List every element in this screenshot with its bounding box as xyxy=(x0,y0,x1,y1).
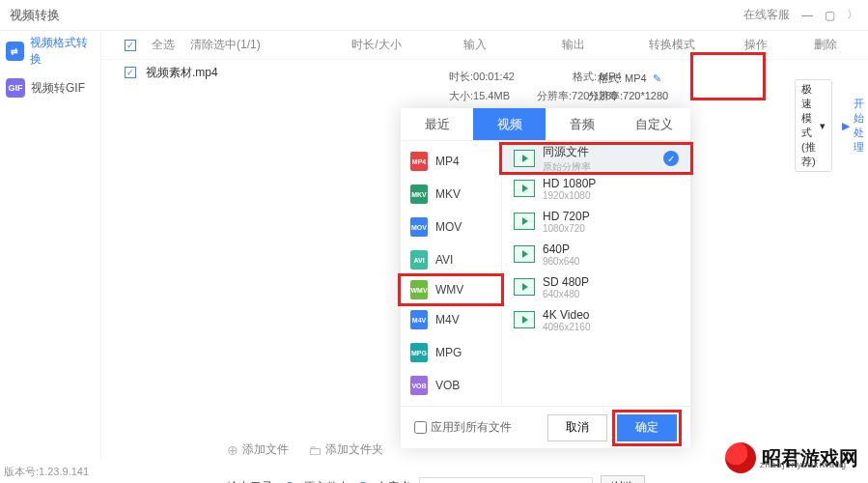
sidebar-item-label: 视频转GIF xyxy=(31,80,85,97)
video-file-icon xyxy=(514,245,535,263)
format-m4v[interactable]: M4VM4V xyxy=(401,303,501,336)
select-all-label[interactable]: 全选 xyxy=(152,37,175,53)
app-title: 视频转换 xyxy=(10,7,60,24)
preset-480p[interactable]: SD 480P640x480 xyxy=(502,270,690,303)
preset-640p[interactable]: 640P960x640 xyxy=(502,238,690,270)
file-checkbox[interactable]: ✓ xyxy=(125,67,136,78)
video-file-icon xyxy=(514,311,535,328)
browse-button[interactable]: 浏览 xyxy=(601,475,645,483)
file-output-format: 格式: MP4 xyxy=(598,71,647,86)
tab-custom[interactable]: 自定义 xyxy=(618,108,690,141)
watermark-url: zhaojunyouxiwang xyxy=(760,460,847,469)
preset-same-as-source[interactable]: 同源文件原始分辨率 ✓ xyxy=(499,142,693,175)
output-path-input[interactable]: C:\Users\admin\Desktop xyxy=(419,477,593,484)
maximize-icon[interactable]: ▢ xyxy=(825,9,835,22)
plus-icon: ⊕ xyxy=(227,442,238,458)
sidebar-item-video-gif[interactable]: GIF 视频转GIF xyxy=(0,70,100,106)
video-file-icon xyxy=(514,213,535,230)
close-icon[interactable]: 〉 xyxy=(847,7,858,23)
format-list: MP4MP4 MKVMKV MOVMOV AVIAVI WMVWMV M4VM4… xyxy=(401,141,502,406)
gif-icon: GIF xyxy=(6,78,25,98)
output-dir-label: 输出目录: xyxy=(227,479,276,483)
tab-recent[interactable]: 最近 xyxy=(401,108,473,141)
version-label: 版本号:1.23.9.141 xyxy=(4,465,89,479)
select-all-checkbox[interactable]: ✓ xyxy=(125,40,136,51)
format-mpg[interactable]: MPGMPG xyxy=(401,336,501,369)
minimize-icon[interactable]: — xyxy=(801,9,813,22)
apply-all-checkbox[interactable]: 应用到所有文件 xyxy=(414,419,538,436)
format-vob[interactable]: VOBVOB xyxy=(401,369,501,402)
tab-audio[interactable]: 音频 xyxy=(546,108,618,141)
edit-output-icon[interactable]: ✎ xyxy=(653,72,661,85)
popup-footer: 应用到所有文件 取消 确定 xyxy=(401,406,690,448)
ok-button[interactable]: 确定 xyxy=(617,414,677,441)
start-processing-link[interactable]: ▶ 开始处理 xyxy=(842,97,864,155)
preset-4k[interactable]: 4K Video4096x2160 xyxy=(502,303,690,336)
col-duration: 时长/大小 xyxy=(343,37,410,53)
video-file-icon xyxy=(514,150,535,167)
sidebar-item-video-convert[interactable]: ⇄ 视频格式转换 xyxy=(0,33,100,70)
folder-icon: 🗀 xyxy=(308,442,322,458)
clear-selection[interactable]: 清除选中(1/1) xyxy=(190,37,261,53)
convert-icon: ⇄ xyxy=(6,42,24,61)
popup-tabs: 最近 视频 音频 自定义 xyxy=(401,108,690,141)
sidebar-item-label: 视频格式转换 xyxy=(30,35,95,68)
format-popup: 最近 视频 音频 自定义 MP4MP4 MKVMKV MOVMOV AVIAVI… xyxy=(401,108,690,448)
file-duration: 时长:00:01:42 xyxy=(449,70,515,84)
output-dir-row: 输出目录: 原文件夹 自定义 C:\Users\admin\Desktop 浏览 xyxy=(227,475,645,483)
speed-mode-dropdown[interactable]: 极速模式(推荐) ▾ xyxy=(795,79,832,172)
format-mp4[interactable]: MP4MP4 xyxy=(401,145,501,178)
radio-original-label: 原文件夹 xyxy=(303,479,350,483)
watermark-logo-icon xyxy=(725,442,756,473)
video-file-icon xyxy=(514,180,535,197)
add-folder-button[interactable]: 🗀添加文件夹 xyxy=(308,441,383,458)
col-del: 删除 xyxy=(806,37,845,53)
file-size: 大小:15.4MB xyxy=(449,89,510,103)
preset-720p[interactable]: HD 720P1080x720 xyxy=(502,205,690,238)
format-mov[interactable]: MOVMOV xyxy=(401,211,501,243)
title-bar: 视频转换 在线客服 — ▢ 〉 xyxy=(0,0,868,31)
format-avi[interactable]: AVIAVI xyxy=(401,243,501,276)
format-mkv[interactable]: MKVMKV xyxy=(401,178,501,211)
cancel-button[interactable]: 取消 xyxy=(547,414,607,441)
radio-custom-label: 自定义 xyxy=(377,479,411,483)
video-file-icon xyxy=(514,278,535,296)
highlight-output-box xyxy=(690,52,766,100)
main-area: ✓ 全选 清除选中(1/1) 时长/大小 输入 输出 转换模式 操作 删除 ✓ … xyxy=(101,31,868,460)
col-input: 输入 xyxy=(441,37,509,53)
support-link[interactable]: 在线客服 xyxy=(743,7,790,23)
col-mode: 转换模式 xyxy=(638,37,706,53)
preset-1080p[interactable]: HD 1080P1920x1080 xyxy=(502,172,690,205)
file-output-res: 分辨率:720*1280 xyxy=(588,89,668,103)
add-file-button[interactable]: ⊕添加文件 xyxy=(227,441,289,458)
file-name: 视频素材.mp4 xyxy=(146,65,218,81)
tab-video[interactable]: 视频 xyxy=(473,108,546,141)
sidebar: ⇄ 视频格式转换 GIF 视频转GIF xyxy=(0,31,101,460)
format-wmv[interactable]: WMVWMV xyxy=(398,273,504,306)
speed-controls: 极速模式(推荐) ▾ ▶ 开始处理 🗑 xyxy=(795,79,868,172)
chevron-down-icon: ▾ xyxy=(820,120,826,132)
col-output: 输出 xyxy=(540,37,607,53)
preset-list: 同源文件原始分辨率 ✓ HD 1080P1920x1080 HD 720P108… xyxy=(502,141,690,406)
watermark: 昭君游戏网 zhaojunyouxiwang xyxy=(725,442,858,473)
col-op: 操作 xyxy=(737,37,775,53)
file-meta-row1: 时长:00:01:42 格式: MP4 xyxy=(449,70,622,84)
check-icon: ✓ xyxy=(663,151,679,166)
add-controls: ⊕添加文件 🗀添加文件夹 xyxy=(227,441,383,458)
